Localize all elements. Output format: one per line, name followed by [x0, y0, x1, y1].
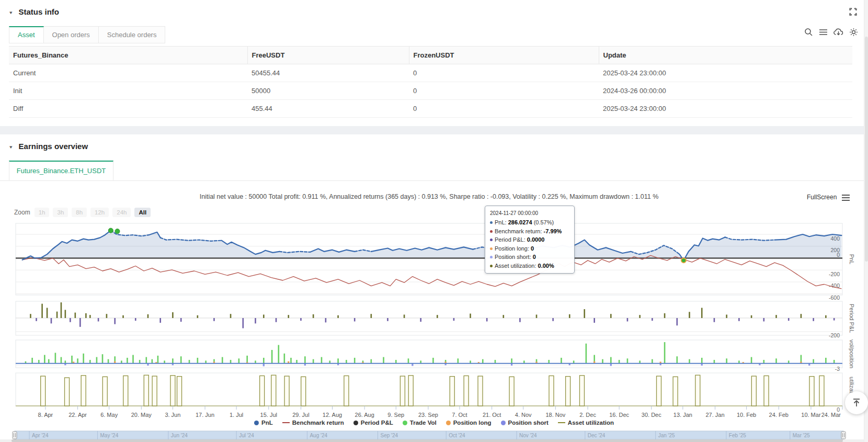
row-label-diff: Diff	[9, 100, 247, 118]
cloud-download-icon[interactable]	[833, 28, 843, 37]
update-timestamp: 2025-03-24 23:00:00	[599, 100, 852, 118]
tooltip-row-asset-utilization: Asset utilization: 0.00%	[490, 262, 569, 270]
legend-item-asset-utilization[interactable]: Asset utilization	[558, 420, 614, 426]
svg-text:Oct '24: Oct '24	[449, 433, 465, 438]
free-usdt-value: 50000	[247, 82, 409, 100]
status-info-header: ▾Status info	[9, 7, 59, 17]
tooltip-row-position-long: Position long: 0	[490, 244, 569, 253]
tab-open-orders[interactable]: Open orders	[44, 26, 99, 43]
legend-dot-icon	[353, 421, 358, 425]
tooltip-row-benchmark-return: Benchmark return: -7.99%	[490, 227, 569, 236]
svg-text:21. Oct: 21. Oct	[483, 412, 501, 418]
svg-text:8. Apr: 8. Apr	[38, 412, 53, 418]
axis-title-period_pnl: Period P&L	[849, 304, 855, 333]
zoom-button-1h[interactable]: 1h	[35, 208, 50, 217]
navigator-handle-right[interactable]	[841, 432, 846, 439]
svg-text:6. May: 6. May	[100, 412, 118, 418]
axis-title-vol_position: vol/position	[849, 339, 855, 368]
legend-item-position-short[interactable]: Position short	[501, 420, 549, 426]
svg-text:Dec '24: Dec '24	[588, 433, 606, 438]
legend-dot-icon	[446, 421, 451, 425]
svg-text:-3: -3	[835, 366, 840, 372]
tab-asset[interactable]: Asset	[9, 26, 44, 43]
svg-text:Mar '25: Mar '25	[793, 433, 810, 438]
status-tabs: AssetOpen ordersSchedule orders	[9, 26, 165, 43]
back-to-top-button[interactable]	[845, 391, 868, 414]
earnings-tabbar: Futures_Binance.ETH_USDT	[0, 161, 868, 181]
svg-text:May '24: May '24	[100, 433, 119, 438]
svg-text:24. Feb: 24. Feb	[769, 412, 789, 418]
asset-table: Futures_BinanceFreeUSDTFrozenUSDTUpdate …	[9, 46, 852, 118]
status-info-title: Status info	[19, 7, 60, 16]
zoom-button-3h[interactable]: 3h	[53, 208, 68, 217]
svg-text:18. Nov: 18. Nov	[545, 412, 565, 418]
section-divider	[0, 126, 868, 134]
zoom-range-selector: Zoom 1h3h8h12h24hAll	[14, 208, 151, 217]
expand-icon[interactable]	[849, 8, 857, 18]
fullscreen-button[interactable]: FullScreen	[807, 194, 837, 201]
free-usdt-value: 50455.44	[247, 64, 409, 82]
legend-item-benchmark-return[interactable]: Benchmark return	[282, 420, 344, 426]
svg-text:26. Aug: 26. Aug	[355, 412, 374, 418]
chart-tooltip: 2024-11-27 00:00:00 PnL: 286.0274 (0.57%…	[485, 206, 575, 274]
tooltip-row-period-p-l: Period P&L: 0.0000	[490, 235, 569, 244]
table-row-diff: Diff455.4402025-03-24 23:00:00	[9, 100, 852, 118]
svg-text:Jul '24: Jul '24	[239, 433, 254, 438]
svg-text:24. Mar: 24. Mar	[821, 412, 841, 418]
vertical-scrollbar[interactable]	[864, 0, 868, 442]
svg-text:16. Dec: 16. Dec	[609, 412, 629, 418]
svg-text:Sep '24: Sep '24	[380, 433, 398, 438]
zoom-button-24h[interactable]: 24h	[112, 208, 131, 217]
horizontal-scrollbar[interactable]	[0, 439, 864, 442]
svg-text:Jun '24: Jun '24	[171, 433, 188, 438]
column-header-futures_binance: Futures_Binance	[9, 47, 247, 64]
svg-text:3. Jun: 3. Jun	[165, 412, 180, 418]
column-header-freeusdt: FreeUSDT	[247, 47, 409, 64]
zoom-label: Zoom	[14, 209, 30, 216]
earnings-tab-futures-binance-eth-usdt[interactable]: Futures_Binance.ETH_USDT	[9, 161, 113, 180]
collapse-chevron-icon[interactable]: ▾	[9, 144, 13, 150]
svg-text:15. Jul: 15. Jul	[260, 412, 277, 418]
settings-gear-icon[interactable]	[849, 28, 858, 37]
svg-text:20. May: 20. May	[131, 412, 152, 418]
column-header-frozenusdt: FrozenUSDT	[409, 47, 599, 64]
legend-dot-icon	[501, 421, 506, 425]
chart-context-menu-icon[interactable]	[842, 193, 850, 202]
svg-text:-600: -600	[829, 294, 840, 301]
collapse-chevron-icon[interactable]: ▾	[9, 10, 13, 15]
frozen-usdt-value: 0	[409, 64, 599, 82]
performance-summary: Initial net value : 50000 Total profit: …	[16, 193, 842, 200]
legend-item-position-long[interactable]: Position long	[446, 420, 492, 426]
tab-schedule-orders[interactable]: Schedule orders	[99, 26, 166, 43]
svg-text:7. Oct: 7. Oct	[452, 412, 467, 418]
menu-icon[interactable]	[819, 28, 828, 37]
svg-text:29. Jul: 29. Jul	[292, 412, 309, 418]
svg-text:9. Sep: 9. Sep	[387, 412, 404, 418]
svg-text:27. Jan: 27. Jan	[705, 412, 724, 418]
svg-text:Apr '24: Apr '24	[32, 433, 49, 438]
svg-text:Aug '24: Aug '24	[310, 433, 327, 438]
legend-item-trade-vol[interactable]: Trade Vol	[403, 420, 437, 426]
svg-text:30. Dec: 30. Dec	[642, 412, 661, 418]
zoom-button-12h[interactable]: 12h	[90, 208, 109, 217]
navigator-handle-left[interactable]	[13, 432, 17, 439]
update-timestamp: 2025-03-24 23:00:00	[599, 64, 852, 82]
svg-text:2. Dec: 2. Dec	[579, 412, 596, 418]
tooltip-row-pnl: PnL: 286.0274 (0.57%)	[490, 218, 569, 227]
trading-dashboard: 4002000-200-400-600-200-30PnLPeriod P&Lv…	[0, 0, 868, 442]
svg-text:10. Feb: 10. Feb	[737, 412, 756, 418]
legend-line-icon	[282, 422, 290, 424]
zoom-button-all[interactable]: All	[134, 208, 151, 217]
row-label-current[interactable]: Current	[9, 64, 247, 82]
legend-dot-icon	[254, 421, 259, 425]
svg-text:17. Jun: 17. Jun	[196, 412, 214, 418]
chart-legend: PnLBenchmark returnPeriod P&LTrade VolPo…	[0, 420, 868, 426]
earnings-tab-label: Futures_Binance.ETH_USDT	[17, 167, 106, 175]
zoom-button-8h[interactable]: 8h	[72, 208, 87, 217]
legend-item-pnl[interactable]: PnL	[254, 420, 273, 426]
svg-text:-200: -200	[829, 271, 840, 277]
table-row-init: Init5000002024-03-26 00:00:00	[9, 82, 852, 100]
column-header-update: Update	[599, 47, 852, 64]
legend-item-period-p-l[interactable]: Period P&L	[353, 420, 393, 426]
search-icon[interactable]	[804, 28, 813, 37]
